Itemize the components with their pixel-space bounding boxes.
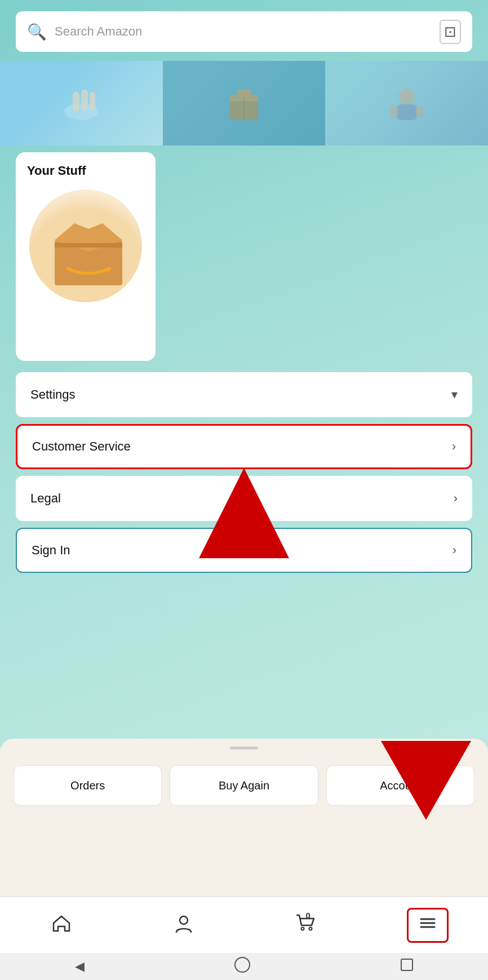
svg-rect-3: [90, 92, 95, 111]
nav-menu[interactable]: [407, 908, 449, 943]
legal-label: Legal: [30, 491, 61, 506]
android-back[interactable]: ◀: [75, 959, 85, 974]
svg-rect-2: [81, 89, 88, 111]
svg-marker-20: [381, 741, 471, 820]
image-hands: [0, 61, 163, 145]
image-box: [163, 61, 326, 145]
your-stuff-title: Your Stuff: [27, 164, 86, 178]
svg-marker-19: [199, 468, 289, 558]
box-illustration: [35, 195, 136, 297]
android-recent[interactable]: [401, 959, 413, 974]
sign-in-label: Sign In: [32, 543, 70, 558]
android-home-circle: [234, 957, 250, 973]
bottom-nav: 0: [0, 897, 488, 953]
legal-chevron: ›: [454, 491, 458, 506]
red-arrow-down: [381, 735, 471, 828]
svg-point-23: [309, 927, 312, 930]
nav-home[interactable]: [40, 908, 83, 942]
home-icon: [51, 913, 72, 938]
orders-button[interactable]: Orders: [14, 765, 162, 806]
settings-chevron: ▾: [451, 387, 458, 402]
search-input[interactable]: Search Amazon: [55, 24, 432, 39]
svg-rect-10: [390, 105, 398, 118]
image-strip: [0, 61, 488, 145]
svg-rect-1: [73, 92, 79, 112]
android-nav: ◀: [0, 953, 488, 980]
buy-again-button[interactable]: Buy Again: [170, 765, 318, 806]
nav-cart[interactable]: 0: [285, 908, 327, 942]
settings-label: Settings: [30, 387, 76, 402]
customer-service-label: Customer Service: [32, 439, 131, 454]
red-arrow-up: [193, 462, 295, 566]
svg-rect-11: [416, 105, 424, 118]
customer-service-chevron: ›: [452, 439, 456, 454]
android-recent-square: [401, 959, 413, 971]
svg-rect-17: [55, 243, 122, 248]
search-bar[interactable]: 🔍 Search Amazon ⊡: [16, 11, 472, 52]
sign-in-chevron: ›: [452, 543, 456, 558]
svg-rect-9: [397, 104, 417, 120]
cart-badge: 0: [306, 911, 310, 920]
camera-icon[interactable]: ⊡: [440, 20, 461, 44]
svg-point-22: [301, 927, 304, 930]
svg-rect-7: [237, 89, 251, 97]
your-stuff-card[interactable]: Your Stuff: [16, 152, 156, 361]
image-person: [325, 61, 488, 145]
cart-icon: 0: [296, 913, 316, 938]
person-icon: [174, 913, 194, 938]
menu-item-settings[interactable]: Settings ▾: [16, 372, 472, 417]
nav-account[interactable]: [162, 908, 205, 942]
svg-point-21: [180, 916, 188, 924]
svg-point-8: [399, 89, 415, 104]
search-icon: 🔍: [27, 23, 47, 41]
android-home[interactable]: [234, 957, 250, 976]
menu-icon: [418, 913, 438, 938]
